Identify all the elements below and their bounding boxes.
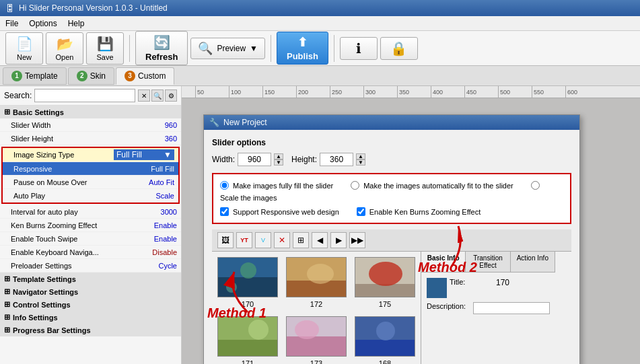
canvas-area: 🔧 New Project Slider options Width: ▲ ▼ [194, 98, 640, 364]
width-input[interactable] [238, 153, 271, 166]
ruler-mark-200: 200 [296, 86, 330, 98]
tab-transition[interactable]: Transition Effect [466, 252, 510, 272]
img-item-168[interactable]: 168 [355, 316, 415, 364]
radio-scale-label: Scale the images [220, 194, 277, 202]
info-panel: Basic Info Transition Effect Action Info… [421, 252, 555, 364]
menu-help[interactable]: Help [68, 19, 85, 28]
slider-options-title: Slider options [212, 138, 571, 147]
tab-custom-label: Custom [138, 71, 166, 81]
search-label: Search: [4, 91, 32, 100]
lock-button[interactable]: 🔒 [380, 37, 418, 60]
width-spinner: ▲ ▼ [274, 153, 283, 166]
info-expand-icon: ⊞ [4, 313, 10, 322]
height-input[interactable] [320, 153, 353, 166]
menu-options[interactable]: Options [29, 19, 57, 28]
dialog-title-text: New Project [223, 118, 267, 127]
basic-settings-header[interactable]: ⊞ Basic Settings [0, 106, 181, 118]
img-item-173[interactable]: 173 [286, 316, 347, 364]
tab-basic-info[interactable]: Basic Info [421, 252, 466, 272]
info-settings-header[interactable]: ⊞ Info Settings [0, 311, 181, 324]
radio-fill[interactable] [220, 181, 229, 190]
check-responsive[interactable] [220, 207, 229, 216]
preloader-value: Cycle [158, 262, 177, 270]
responsive-label: Responsive [13, 165, 151, 173]
new-icon: 📄 [16, 36, 33, 52]
check-ken-burns[interactable] [357, 207, 365, 216]
new-button[interactable]: 📄 New [5, 32, 43, 65]
image-sizing-dropdown-container[interactable]: Full Fill ▼ [114, 149, 174, 160]
search-go-button[interactable]: 🔍 [151, 89, 164, 102]
refresh-button[interactable]: 🔄 Refresh [135, 31, 188, 65]
tab-skin[interactable]: 2 Skin [68, 67, 114, 85]
title-text: Hi Slider Personal Version 1.0.3 - Untit… [19, 3, 168, 13]
ruler-mark-400: 400 [431, 86, 464, 98]
img-item-171[interactable]: 171 [217, 316, 278, 364]
publish-label: Publish [287, 51, 318, 61]
tab-template[interactable]: 1 Template [3, 67, 67, 85]
image-sizing-value: Full Fill [116, 150, 142, 159]
desc-input[interactable] [473, 302, 550, 314]
svg-rect-14 [287, 336, 346, 357]
tab-custom[interactable]: 3 Custom [116, 67, 174, 85]
next-button[interactable]: ▶ [330, 232, 347, 248]
settings-list: ⊞ Basic Settings Slider Width 960 Slider… [0, 106, 181, 364]
info-content: Title: 170 Description: [421, 272, 555, 364]
width-down[interactable]: ▼ [274, 159, 283, 166]
control-settings-header[interactable]: ⊞ Control Settings [0, 298, 181, 311]
slider-height-value: 360 [165, 135, 177, 143]
radio-fit[interactable] [351, 181, 359, 190]
width-up[interactable]: ▲ [274, 153, 283, 159]
template-settings-header[interactable]: ⊞ Template Settings [0, 272, 181, 285]
save-button[interactable]: 💾 Save [86, 32, 124, 65]
radio-scale[interactable] [531, 181, 540, 190]
row-image-sizing: Image Sizing Type Full Fill ▼ [3, 148, 178, 162]
ruler-mark-600: 600 [565, 86, 599, 98]
ruler-mark-100: 100 [229, 86, 262, 98]
img-item-172[interactable]: 172 [286, 257, 347, 308]
height-up[interactable]: ▲ [356, 153, 365, 159]
img-item-175[interactable]: 175 [355, 257, 415, 308]
prev-button[interactable]: ◀ [312, 232, 328, 248]
info-button[interactable]: ℹ [340, 37, 378, 60]
tab-action[interactable]: Action Info [511, 252, 555, 272]
check-responsive-label: Support Responsive web design [233, 208, 339, 216]
pause-mouse-label: Pause on Mouse Over [13, 178, 149, 186]
add-youtube-button[interactable]: YT [236, 232, 252, 248]
ruler-mark-50: 50 [195, 86, 229, 98]
svg-rect-19 [427, 278, 447, 298]
progress-settings-header[interactable]: ⊞ Progress Bar Settings [0, 324, 181, 336]
title-label: Title: [450, 278, 493, 286]
img-svg-172 [287, 257, 346, 297]
save-icon: 💾 [97, 36, 114, 52]
add-image-button[interactable]: 🖼 [217, 232, 234, 248]
checkbox-row: Support Responsive web design Enable Ken… [220, 207, 563, 216]
grid-button[interactable]: ⊞ [293, 232, 309, 248]
preview-button[interactable]: 🔍 Preview ▼ [190, 38, 265, 59]
publish-button[interactable]: ⬆ Publish [277, 32, 328, 65]
row-responsive[interactable]: Responsive Full Fill [3, 162, 178, 176]
img-svg-175 [355, 257, 415, 297]
menu-file[interactable]: File [5, 19, 18, 28]
img-item-170[interactable]: 170 [217, 257, 278, 308]
search-clear-button[interactable]: ✕ [138, 89, 150, 102]
svg-point-3 [226, 282, 237, 293]
img-label-170: 170 [242, 300, 254, 308]
img-thumb-175 [355, 257, 415, 297]
img-thumb-170 [217, 257, 278, 297]
preview-icon: 🔍 [198, 41, 213, 56]
ruler-mark-300: 300 [363, 86, 397, 98]
more-button[interactable]: ▶▶ [349, 232, 365, 248]
image-sizing-options: Make images fully fill the slider Make t… [212, 173, 571, 224]
navigator-settings-header[interactable]: ⊞ Navigator Settings [0, 285, 181, 298]
publish-icon: ⬆ [297, 35, 308, 50]
img-svg-170 [218, 257, 277, 297]
add-vimeo-button[interactable]: V [255, 232, 271, 248]
ruler-mark-550: 550 [532, 86, 565, 98]
search-options-button[interactable]: ⚙ [165, 89, 177, 102]
search-input[interactable] [34, 89, 135, 102]
open-button[interactable]: 📂 Open [46, 32, 83, 65]
delete-button[interactable]: ✕ [274, 232, 290, 248]
title-value: 170 [496, 278, 509, 287]
height-down[interactable]: ▼ [356, 159, 365, 166]
lock-icon: 🔒 [390, 40, 407, 57]
